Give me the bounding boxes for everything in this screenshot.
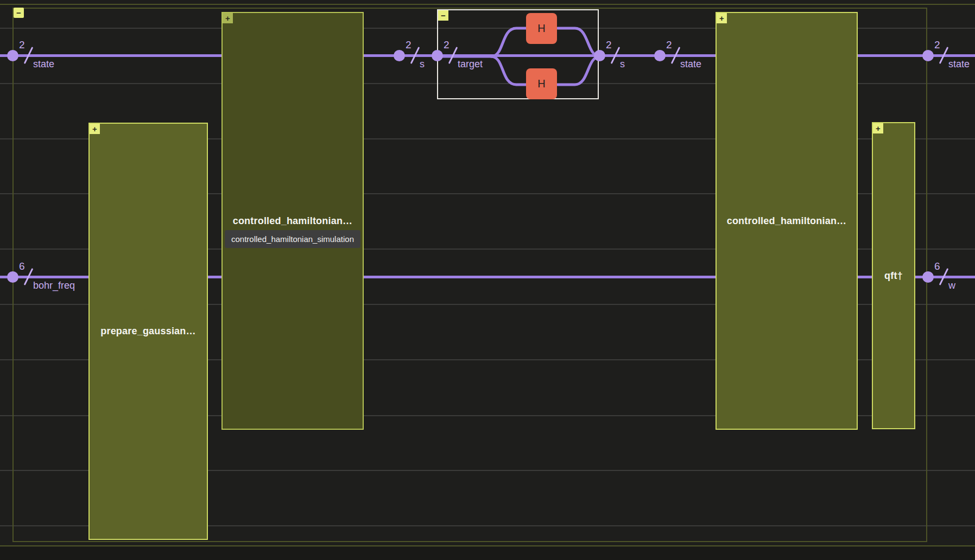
box-prepare-gaussian[interactable]: + prepare_gaussian… (88, 123, 208, 540)
wire-port-dot[interactable] (922, 271, 934, 283)
wire-size-label: 6 (934, 260, 940, 272)
wire-port-label: state (680, 59, 701, 70)
wire-size-label: 6 (19, 260, 25, 272)
wire-size-label: 2 (934, 39, 940, 51)
wire-port-dot[interactable] (7, 271, 18, 283)
wire-port-dot[interactable] (7, 50, 18, 61)
wire-port-dot[interactable] (432, 50, 443, 61)
wire-port-label: w (948, 280, 955, 291)
expand-controlled-hamiltonian-1-button[interactable]: + (223, 13, 233, 23)
wire-port-dot[interactable] (922, 50, 934, 61)
wire-port-label: bohr_freq (33, 280, 75, 291)
box-title: qft† (884, 270, 903, 282)
wire-port-label: s (420, 59, 425, 70)
expand-controlled-hamiltonian-2-button[interactable]: + (717, 13, 727, 23)
frame-bottom-line (0, 545, 975, 546)
box-title: controlled_hamiltonian… (233, 215, 353, 227)
box-title: controlled_hamiltonian… (727, 215, 847, 227)
box-qft-dagger[interactable]: + qft† (872, 122, 915, 429)
wire-branch-graphic (438, 10, 600, 100)
expand-prepare-gaussian-button[interactable]: + (90, 124, 100, 134)
box-controlled-hamiltonian-1[interactable]: + controlled_hamiltonian… (221, 12, 364, 430)
bottom-strip (0, 547, 975, 560)
frame-top-line (0, 4, 975, 5)
collapse-hadamard-group-button[interactable]: − (438, 10, 448, 21)
wire-port-label: s (620, 59, 625, 70)
wire-port-dot[interactable] (394, 50, 405, 61)
circuit-canvas: − + prepare_gaussian… + controlled_hamil… (0, 0, 975, 560)
wire-size-label: 2 (606, 39, 612, 51)
wire-size-label: 2 (406, 39, 411, 51)
expand-qft-dagger-button[interactable]: + (873, 123, 883, 133)
wire-size-label: 2 (19, 39, 25, 51)
hover-tooltip: controlled_hamiltonian_simulation (225, 230, 360, 248)
box-title: prepare_gaussian… (100, 326, 195, 337)
wire-size-label: 2 (666, 39, 672, 51)
wire-port-label: state (948, 59, 970, 70)
wire-port-dot[interactable] (594, 50, 605, 61)
box-controlled-hamiltonian-2[interactable]: + controlled_hamiltonian… (716, 12, 858, 430)
wire-size-label: 2 (444, 39, 449, 51)
box-hadamard-group-expanded[interactable]: − H H (437, 9, 599, 99)
wire-port-dot[interactable] (654, 50, 666, 61)
collapse-main-button[interactable]: − (14, 8, 24, 18)
wire-port-label: state (33, 59, 54, 70)
wire-port-label: target (458, 59, 483, 70)
gate-h[interactable]: H (526, 13, 557, 44)
gate-h[interactable]: H (526, 68, 557, 99)
